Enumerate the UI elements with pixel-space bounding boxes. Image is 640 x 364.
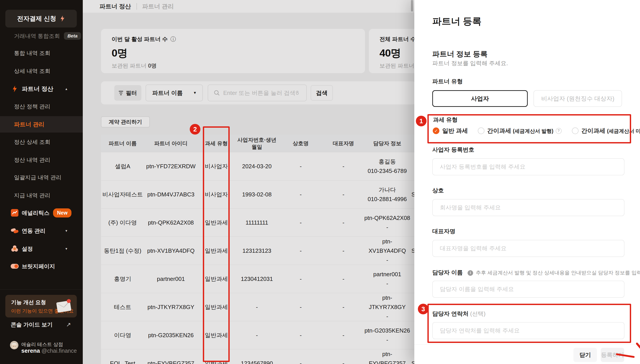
sidebar-item-unified-history[interactable]: 통합 내역 조회 <box>0 47 83 59</box>
type-button-non-business[interactable]: 비사업자 (원천징수 대상자) <box>533 90 622 107</box>
sidebar-item-bridge-page[interactable]: 브릿지페이지 <box>0 260 83 272</box>
chevron-down-icon[interactable]: ▼ <box>65 229 68 232</box>
manager-phone: - <box>364 312 411 321</box>
search-button[interactable]: 검색 <box>311 85 333 101</box>
tab-partner-management[interactable]: 파트너 관리 <box>142 2 174 10</box>
cell-trade-name: - <box>278 304 323 310</box>
radio-label-main: 간이과세 <box>487 128 511 134</box>
column-header[interactable]: 사업자번호·생년월일 <box>235 136 278 150</box>
cell-partner-id: ptn-XV1BYA4DFQ <box>144 248 197 254</box>
sidebar-item-partner-settlement[interactable]: 파트너 정산 ▲ <box>0 83 83 95</box>
biz-number-input[interactable] <box>433 159 624 175</box>
app-root: 전자결제 신청 거래내역 통합조회 Beta 통합 내역 조회 상세 내역 조회… <box>0 0 640 364</box>
representative-input[interactable] <box>433 240 624 256</box>
cell-manager-info: ptn-EYVBEGZ357 - <box>364 349 411 364</box>
console-guide-link[interactable]: 콘솔 가이드 보기 ↗ <box>0 318 83 331</box>
radio-checked-icon[interactable]: ✓ <box>433 128 439 134</box>
stat-sub-value: 0명 <box>148 62 157 69</box>
sidebar-item-settings[interactable]: 설정 ▼ <box>0 242 83 255</box>
cell-partner-id: ptn-G2035KEN26 <box>144 332 197 339</box>
user-store-name: 애슐리 테스트 상점 <box>21 341 63 348</box>
info-glyph: i <box>470 271 471 275</box>
radio-label-simplified-no-issue[interactable]: 간이과세 (세금계산서 미발행) <box>581 127 640 135</box>
sidebar-item-bulk-payment[interactable]: 일괄지급 내역 관리 <box>0 171 83 184</box>
sidebar-item-integration[interactable]: 연동 관리 ▼ <box>0 224 83 237</box>
cell-representative: - <box>323 304 364 310</box>
sidebar-item-payment-history[interactable]: 지급 내역 관리 <box>0 189 83 202</box>
vertical-scrollbar[interactable] <box>411 0 413 12</box>
cell-tax-type: 일반과세 <box>197 303 235 311</box>
info-icon[interactable]: ⓘ <box>170 36 176 43</box>
footer-divider <box>414 344 640 345</box>
filter-button[interactable]: 필터 <box>114 85 141 101</box>
trade-name-input[interactable] <box>433 200 624 216</box>
question-glyph: ? <box>557 128 560 133</box>
chevron-down-icon[interactable]: ▼ <box>65 247 68 250</box>
annotation-badge-2: 2 <box>190 124 200 134</box>
trade-name-field-wrap <box>432 199 624 216</box>
manager-contact-optional: (선택) <box>470 310 485 317</box>
column-header[interactable]: 상호명 <box>278 140 323 147</box>
feature-request-card[interactable]: 기능 개선 요청 이런 기능이 있으면 좋겠어요 <box>5 295 77 318</box>
cell-partner-name: 이다영 <box>101 332 144 339</box>
column-header[interactable]: 파트너 이름 <box>101 140 144 147</box>
sidebar-item-label: 애널리틱스 <box>19 209 50 216</box>
manager-name-input[interactable] <box>433 281 624 297</box>
filter-bar: 필터 파트너 이름 ▼ 검색 <box>101 81 416 104</box>
sidebar-item-partner-management-active[interactable]: 파트너 관리 <box>0 116 83 132</box>
sidebar-item-settlement-history[interactable]: 정산 내역 관리 <box>0 154 83 166</box>
chevron-down-icon[interactable]: ▼ <box>65 211 68 214</box>
search-input[interactable] <box>223 90 299 96</box>
radio-icon[interactable] <box>572 128 578 134</box>
tax-type-label: 과세 유형 <box>433 116 458 124</box>
radio-icon[interactable] <box>478 128 484 134</box>
toggle-icon <box>11 264 19 269</box>
column-header[interactable]: 파트너 아이디 <box>144 140 197 147</box>
tab-partner-settlement[interactable]: 파트너 정산 <box>99 2 131 10</box>
cell-representative: - <box>323 219 364 226</box>
biz-number-field-wrap <box>432 158 624 175</box>
column-header[interactable]: 과세 유형 <box>197 140 235 147</box>
manager-contact-label-row: 담당자 연락처 (선택) <box>432 310 486 318</box>
sidebar-item-analytics[interactable]: 애널리틱스 New ▼ <box>0 206 83 219</box>
sidebar-item-label: 거래내역 통합조회 <box>0 32 60 40</box>
column-header[interactable]: 대표자명 <box>323 140 364 147</box>
cell-biz-number: 1234567890 <box>235 360 278 364</box>
sidebar-item-tx-search[interactable]: 거래내역 통합조회 Beta <box>0 30 83 42</box>
manager-phone: - <box>364 335 411 344</box>
cell-biz-number: - <box>235 304 278 310</box>
contract-manage-button[interactable]: 계약 관리하기 <box>101 116 150 128</box>
stat-sub-label: 보관된 파트너 <box>112 62 148 69</box>
sidebar-item-detail-history[interactable]: 상세 내역 조회 <box>0 65 83 77</box>
manager-contact-input[interactable] <box>433 322 624 339</box>
chevron-up-icon[interactable]: ▲ <box>65 87 68 91</box>
cell-trade-name: - <box>278 276 323 282</box>
help-icon[interactable]: ? <box>556 128 562 134</box>
close-button[interactable]: 닫기 <box>573 348 597 362</box>
radio-label-general-tax[interactable]: 일반 과세 <box>442 127 468 135</box>
user-domain: @chai.finance <box>42 348 77 354</box>
cell-trade-name: - <box>278 360 323 364</box>
cell-representative: - <box>323 163 364 170</box>
type-button-business[interactable]: 사업자 <box>432 90 528 107</box>
search-field-dropdown[interactable]: 파트너 이름 ▼ <box>146 84 203 101</box>
cell-partner-id: ptn-YFD72EXRDW <box>144 163 197 170</box>
info-icon[interactable]: i <box>468 270 473 276</box>
user-account-name: serena @chai.finance <box>21 347 77 354</box>
cell-representative: - <box>323 248 364 254</box>
column-header[interactable]: 담당자 정보 <box>364 140 411 147</box>
cell-tax-type: 일반과세 <box>197 219 235 226</box>
sidebar-item-settlement-policy[interactable]: 정산 정책 관리 <box>0 100 83 112</box>
feature-request-title: 기능 개선 요청 <box>11 299 46 306</box>
manager-name: ptn-EYVBEGZ357 <box>364 349 411 364</box>
cell-partner-name: (주) 이다영 <box>101 219 144 226</box>
partner-register-drawer: 파트너 등록 파트너 정보 등록 파트너 정보를 입력해 주세요. 파트너 유형… <box>414 0 640 364</box>
sidebar-item-settlement-detail[interactable]: 정산 상세 조회 <box>0 136 83 148</box>
radio-label-simplified-issue[interactable]: 간이과세 (세금계산서 발행) <box>487 127 553 135</box>
cell-tax-type: 일반과세 <box>197 360 235 364</box>
manager-contact-field-wrap <box>432 322 624 339</box>
dropdown-selected-value: 파트너 이름 <box>146 89 183 97</box>
submit-button[interactable]: 등록하기 <box>601 348 624 362</box>
epayment-apply-button[interactable]: 전자결제 신청 <box>5 10 77 28</box>
chevron-down-icon: ▼ <box>193 91 197 95</box>
